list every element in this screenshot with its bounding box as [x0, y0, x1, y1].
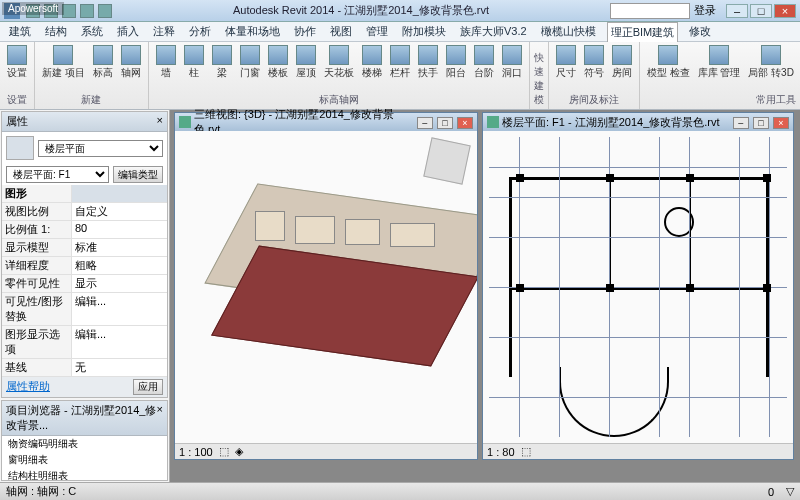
property-value[interactable]: 无: [72, 359, 167, 376]
minimize-button[interactable]: –: [726, 4, 748, 18]
property-value[interactable]: 自定义: [72, 203, 167, 220]
view-plan-window[interactable]: 楼层平面: F1 - 江湖别墅2014_修改背景色.rvt – □ ×: [482, 112, 794, 460]
property-row[interactable]: 可见性/图形替换编辑...: [2, 293, 167, 326]
ribbon-button-label: 天花板: [324, 66, 354, 80]
ribbon-button[interactable]: 轴网: [118, 44, 144, 81]
tab-4[interactable]: 注释: [150, 22, 178, 41]
ribbon-button[interactable]: 阳台: [443, 44, 469, 81]
view3d-canvas[interactable]: [175, 131, 477, 443]
ribbon-button-label: 台阶: [474, 66, 494, 80]
view3d-tool-icon[interactable]: ◈: [235, 445, 243, 458]
viewplan-tool-icon[interactable]: ⬚: [521, 445, 531, 458]
tab-5[interactable]: 分析: [186, 22, 214, 41]
browser-close-icon[interactable]: ×: [157, 403, 163, 433]
ribbon-button[interactable]: 天花板: [321, 44, 357, 81]
property-value[interactable]: 编辑...: [72, 326, 167, 358]
browser-item[interactable]: 窗明细表: [2, 452, 167, 468]
property-key: 显示模型: [2, 239, 72, 256]
ribbon-button-label: 尺寸: [556, 66, 576, 80]
view3d-tool-icon[interactable]: ⬚: [219, 445, 229, 458]
qat-redo-icon[interactable]: [80, 4, 94, 18]
property-row[interactable]: 视图比例自定义: [2, 203, 167, 221]
instance-selector[interactable]: 楼层平面: F1: [6, 166, 109, 183]
view-3d-window[interactable]: 三维视图: {3D} - 江湖别墅2014_修改背景色.rvt – □ ×: [174, 112, 478, 460]
viewplan-max-button[interactable]: □: [753, 117, 769, 129]
property-value[interactable]: 粗略: [72, 257, 167, 274]
tab-2[interactable]: 系统: [78, 22, 106, 41]
ribbon-button[interactable]: 模型 检查: [644, 44, 693, 81]
tab-1[interactable]: 结构: [42, 22, 70, 41]
ribbon-button-icon: [502, 45, 522, 65]
tab-0[interactable]: 建筑: [6, 22, 34, 41]
view3d-icon: [179, 116, 191, 128]
ribbon-button-label: 新建 项目: [42, 66, 85, 80]
property-row[interactable]: 比例值 1:80: [2, 221, 167, 239]
property-row[interactable]: 显示模型标准: [2, 239, 167, 257]
viewplan-scale[interactable]: 1 : 80: [487, 446, 515, 458]
status-filter-icon[interactable]: ▽: [786, 485, 794, 498]
apply-button[interactable]: 应用: [133, 379, 163, 395]
viewplan-min-button[interactable]: –: [733, 117, 749, 129]
property-row[interactable]: 零件可见性显示: [2, 275, 167, 293]
ribbon-button[interactable]: 标高: [90, 44, 116, 81]
tab-8[interactable]: 视图: [327, 22, 355, 41]
maximize-button[interactable]: □: [750, 4, 772, 18]
ribbon-button[interactable]: 门窗: [237, 44, 263, 81]
viewplan-title: 楼层平面: F1 - 江湖别墅2014_修改背景色.rvt: [502, 115, 732, 130]
ribbon-button-label: 屋顶: [296, 66, 316, 80]
property-value[interactable]: 编辑...: [72, 293, 167, 325]
qat-print-icon[interactable]: [98, 4, 112, 18]
tab-14[interactable]: 修改: [686, 22, 714, 41]
tab-10[interactable]: 附加模块: [399, 22, 449, 41]
ribbon-button[interactable]: 符号: [581, 44, 607, 81]
viewcube-icon[interactable]: [423, 137, 470, 184]
ribbon-button[interactable]: 栏杆: [387, 44, 413, 81]
ribbon-button[interactable]: 楼板: [265, 44, 291, 81]
ribbon-group-3: 快速建模: [530, 42, 549, 109]
ribbon-button[interactable]: 楼梯: [359, 44, 385, 81]
tab-3[interactable]: 插入: [114, 22, 142, 41]
ribbon-button[interactable]: 设置: [4, 44, 30, 81]
browser-item[interactable]: 结构柱明细表: [2, 468, 167, 481]
viewplan-canvas[interactable]: [483, 131, 793, 443]
ribbon-button[interactable]: 台阶: [471, 44, 497, 81]
tab-7[interactable]: 协作: [291, 22, 319, 41]
tab-6[interactable]: 体量和场地: [222, 22, 283, 41]
login-link[interactable]: 登录: [694, 3, 716, 18]
property-row[interactable]: 基线无: [2, 359, 167, 377]
view3d-close-button[interactable]: ×: [457, 117, 473, 129]
ribbon-button[interactable]: 墙: [153, 44, 179, 81]
qat-undo-icon[interactable]: [62, 4, 76, 18]
ribbon-button[interactable]: 洞口: [499, 44, 525, 81]
tab-11[interactable]: 族库大师V3.2: [457, 22, 530, 41]
tab-12[interactable]: 橄榄山快模: [538, 22, 599, 41]
view3d-min-button[interactable]: –: [417, 117, 433, 129]
ribbon-button[interactable]: 梁: [209, 44, 235, 81]
property-value[interactable]: 80: [72, 221, 167, 238]
ribbon-button[interactable]: 柱: [181, 44, 207, 81]
type-selector[interactable]: 楼层平面: [38, 140, 163, 157]
property-value[interactable]: 显示: [72, 275, 167, 292]
property-row[interactable]: 详细程度粗略: [2, 257, 167, 275]
properties-close-icon[interactable]: ×: [157, 114, 163, 129]
property-row[interactable]: 图形显示选项编辑...: [2, 326, 167, 359]
view3d-max-button[interactable]: □: [437, 117, 453, 129]
browser-tree[interactable]: 物资编码明细表窗明细表结构柱明细表视图列表部件明细表门明细表面积明细表 (防火分…: [2, 436, 167, 481]
ribbon-button[interactable]: 屋顶: [293, 44, 319, 81]
viewplan-close-button[interactable]: ×: [773, 117, 789, 129]
properties-help-link[interactable]: 属性帮助: [6, 379, 50, 395]
ribbon-button[interactable]: 尺寸: [553, 44, 579, 81]
search-input[interactable]: [610, 3, 690, 19]
browser-item[interactable]: 物资编码明细表: [2, 436, 167, 452]
close-button[interactable]: ×: [774, 4, 796, 18]
view3d-scale[interactable]: 1 : 100: [179, 446, 213, 458]
ribbon-button[interactable]: 房间: [609, 44, 635, 81]
property-value[interactable]: 标准: [72, 239, 167, 256]
tab-13[interactable]: 理正BIM建筑: [607, 22, 679, 42]
edit-type-button[interactable]: 编辑类型: [113, 166, 163, 183]
ribbon-button[interactable]: 新建 项目: [39, 44, 88, 81]
ribbon-button[interactable]: 库库 管理: [695, 44, 744, 81]
ribbon-button[interactable]: 扶手: [415, 44, 441, 81]
ribbon-button[interactable]: 局部 转3D: [745, 44, 797, 81]
tab-9[interactable]: 管理: [363, 22, 391, 41]
